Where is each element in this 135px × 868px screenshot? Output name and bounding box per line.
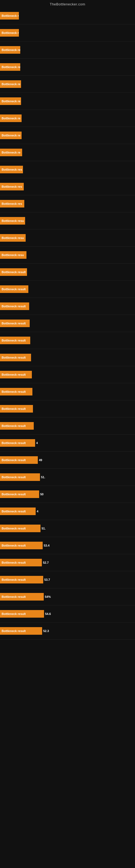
bar-row: Bottleneck resu	[0, 229, 135, 246]
chart-container: Bottleneck rBottleneck rBottleneck reBot…	[0, 7, 135, 640]
bar-label: Bottleneck result	[0, 490, 39, 498]
bar-label: Bottleneck result	[0, 627, 42, 635]
bar-row: Bottleneck result4	[0, 503, 135, 520]
bar-value: 54.6	[45, 612, 51, 616]
bar-value: 52.7	[43, 561, 49, 564]
bar-row: Bottleneck result	[0, 281, 135, 298]
bar-row: Bottleneck res	[0, 195, 135, 212]
bar-row: Bottleneck result	[0, 417, 135, 434]
bar-label: Bottleneck re	[0, 97, 21, 105]
bar-row: Bottleneck re	[0, 59, 135, 75]
bar-value: 51.	[42, 527, 46, 530]
bar-label: Bottleneck result	[0, 285, 28, 293]
bar-value: 54%	[45, 595, 51, 598]
bar-label: Bottleneck result	[0, 268, 27, 276]
bar-row: Bottleneck result	[0, 400, 135, 417]
bar-label: Bottleneck re	[0, 80, 21, 88]
bar-label: Bottleneck resu	[0, 234, 26, 242]
bar-label: Bottleneck resu	[0, 217, 25, 225]
bar-row: Bottleneck result	[0, 366, 135, 383]
bar-label: Bottleneck result	[0, 388, 32, 396]
bar-value: 4	[37, 510, 38, 513]
bar-row: Bottleneck result	[0, 349, 135, 366]
bar-row: Bottleneck re	[0, 76, 135, 93]
bar-label: Bottleneck re	[0, 63, 20, 71]
bar-label: Bottleneck result	[0, 439, 35, 447]
bar-label: Bottleneck result	[0, 473, 40, 481]
bar-label: Bottleneck resu	[0, 251, 27, 259]
bar-label: Bottleneck result	[0, 542, 43, 549]
bar-label: Bottleneck result	[0, 354, 31, 361]
bar-label: Bottleneck re	[0, 149, 22, 156]
bar-label: Bottleneck result	[0, 507, 36, 515]
bar-label: Bottleneck res	[0, 183, 24, 190]
bar-row: Bottleneck resu	[0, 212, 135, 229]
bar-row: Bottleneck result	[0, 298, 135, 315]
bar-row: Bottleneck result51.	[0, 469, 135, 486]
bar-row: Bottleneck re	[0, 110, 135, 127]
bar-label: Bottleneck re	[0, 131, 21, 139]
bar-row: Bottleneck result52.7	[0, 554, 135, 571]
bar-row: Bottleneck result4	[0, 435, 135, 452]
bar-row: Bottleneck res	[0, 178, 135, 195]
bar-row: Bottleneck result	[0, 315, 135, 332]
bar-row: Bottleneck result53.4	[0, 537, 135, 554]
bar-label: Bottleneck result	[0, 525, 41, 532]
bar-row: Bottleneck result	[0, 264, 135, 280]
bar-row: Bottleneck re	[0, 144, 135, 161]
bar-label: Bottleneck result	[0, 559, 42, 566]
bar-label: Bottleneck result	[0, 337, 30, 344]
site-title: TheBottlenecker.com	[0, 0, 135, 7]
bar-label: Bottleneck result	[0, 593, 44, 600]
bar-label: Bottleneck result	[0, 303, 29, 310]
bar-row: Bottleneck r	[0, 7, 135, 24]
bar-row: Bottleneck re	[0, 93, 135, 110]
bar-label: Bottleneck res	[0, 200, 24, 208]
bar-label: Bottleneck result	[0, 610, 44, 618]
bar-label: Bottleneck r	[0, 12, 19, 20]
bar-row: Bottleneck r	[0, 24, 135, 41]
bar-row: Bottleneck re	[0, 41, 135, 58]
bar-row: Bottleneck resu	[0, 247, 135, 264]
bar-label: Bottleneck re	[0, 46, 20, 54]
bar-label: Bottleneck r	[0, 29, 19, 37]
bar-row: Bottleneck result51.	[0, 520, 135, 537]
bar-label: Bottleneck res	[0, 166, 23, 173]
bar-value: 51.	[41, 475, 45, 479]
bar-label: Bottleneck result	[0, 319, 30, 327]
bar-value: 52.3	[43, 629, 49, 632]
bar-value: 53.7	[44, 578, 50, 581]
bar-row: Bottleneck result54.6	[0, 606, 135, 622]
bar-row: Bottleneck result49	[0, 452, 135, 468]
bar-row: Bottleneck result53.7	[0, 571, 135, 588]
bar-label: Bottleneck result	[0, 405, 33, 412]
bar-label: Bottleneck result	[0, 371, 32, 378]
bar-value: 53.4	[44, 544, 49, 547]
bar-value: 49	[39, 458, 42, 462]
bar-row: Bottleneck result52.3	[0, 622, 135, 639]
bar-row: Bottleneck result	[0, 332, 135, 349]
bar-label: Bottleneck result	[0, 456, 38, 464]
bar-label: Bottleneck result	[0, 576, 43, 584]
bar-row: Bottleneck result50	[0, 486, 135, 503]
bar-row: Bottleneck result54%	[0, 588, 135, 605]
bar-label: Bottleneck result	[0, 422, 34, 430]
bar-row: Bottleneck result	[0, 383, 135, 400]
bar-value: 4	[36, 441, 38, 444]
bar-row: Bottleneck res	[0, 161, 135, 178]
bar-label: Bottleneck re	[0, 115, 21, 122]
bar-value: 50	[40, 493, 43, 496]
bar-row: Bottleneck re	[0, 127, 135, 144]
